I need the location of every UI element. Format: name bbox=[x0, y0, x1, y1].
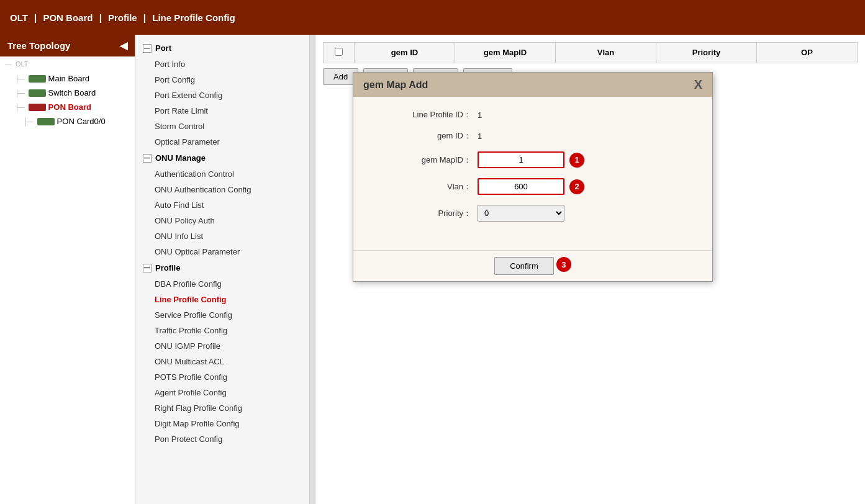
label-gem-mapid: gem MapID： bbox=[378, 155, 478, 166]
nav-auth-control[interactable]: Authentication Control bbox=[135, 166, 309, 182]
profile-expand-icon: — bbox=[143, 264, 152, 272]
nav-onu-multicast-acl[interactable]: ONU Multicast ACL bbox=[135, 354, 309, 369]
nav-dba-profile-config[interactable]: DBA Profile Config bbox=[135, 276, 309, 292]
nav-line-profile-config[interactable]: Line Profile Config bbox=[135, 292, 309, 307]
label-line-profile-id: Line Profile ID： bbox=[378, 109, 478, 120]
nav-onu-policy-auth[interactable]: ONU Policy Auth bbox=[135, 213, 309, 228]
form-row-priority: Priority： 0 1 2 3 4 5 6 7 bbox=[378, 205, 687, 222]
sidebar-label-pon-board: PON Board bbox=[48, 102, 91, 112]
sidebar-item-switch-board[interactable]: ├─ Switch Board bbox=[0, 86, 135, 100]
form-row-gem-id: gem ID： 1 bbox=[378, 130, 687, 142]
nav-digit-map-profile-config[interactable]: Digit Map Profile Config bbox=[135, 416, 309, 431]
step-badge-2: 2 bbox=[569, 179, 584, 194]
breadcrumb-line: Line Profile Config bbox=[152, 12, 235, 23]
nav-service-profile-config[interactable]: Service Profile Config bbox=[135, 307, 309, 323]
sidebar-item-pon-card[interactable]: ├─ PON Card0/0 bbox=[0, 114, 135, 128]
section-port-label: Port bbox=[155, 43, 171, 53]
sidebar-item-main-board[interactable]: ├─ Main Board bbox=[0, 71, 135, 86]
nav-port-config[interactable]: Port Config bbox=[135, 72, 309, 88]
confirm-button[interactable]: Confirm bbox=[494, 257, 554, 275]
form-row-gem-mapid: gem MapID： 1 bbox=[378, 151, 687, 168]
sidebar: Tree Topology ◀ — OLT ├─ Main Board ├─ S… bbox=[0, 35, 135, 504]
section-onu-manage[interactable]: — ONU Manage bbox=[135, 150, 309, 166]
breadcrumb-profile: Profile bbox=[108, 12, 137, 23]
col-gem-mapid: gem MapID bbox=[455, 43, 556, 63]
nav-right-flag-profile-config[interactable]: Right Flag Profile Config bbox=[135, 400, 309, 416]
collapse-button[interactable]: ◀ bbox=[120, 40, 127, 52]
nav-port-info[interactable]: Port Info bbox=[135, 56, 309, 72]
breadcrumb-olt: OLT bbox=[10, 12, 28, 23]
sidebar-label-main-board: Main Board bbox=[48, 74, 89, 83]
input-vlan[interactable] bbox=[478, 178, 564, 195]
table-header: gem ID gem MapID Vlan Priority OP bbox=[323, 42, 858, 63]
nav-onu-igmp-profile[interactable]: ONU IGMP Profile bbox=[135, 338, 309, 354]
value-gem-id: 1 bbox=[478, 132, 687, 141]
nav-storm-control[interactable]: Storm Control bbox=[135, 119, 309, 134]
main-content: gem ID gem MapID Vlan Priority OP Add De… bbox=[315, 35, 865, 504]
port-expand-icon: — bbox=[143, 44, 152, 53]
modal-body: Line Profile ID： 1 gem ID： 1 gem MapID： … bbox=[353, 97, 712, 250]
modal-title: gem Map Add bbox=[363, 79, 428, 91]
sidebar-label-pon-card: PON Card0/0 bbox=[57, 117, 106, 126]
onu-expand-icon: — bbox=[143, 154, 152, 163]
col-priority: Priority bbox=[656, 43, 757, 63]
device-icon-pon-card bbox=[37, 118, 55, 125]
section-port[interactable]: — Port bbox=[135, 40, 309, 56]
form-row-vlan: Vlan： 2 bbox=[378, 178, 687, 195]
step-badge-1: 1 bbox=[569, 153, 584, 168]
nav-traffic-profile-config[interactable]: Traffic Profile Config bbox=[135, 323, 309, 338]
col-gem-id: gem ID bbox=[355, 43, 455, 63]
section-profile-label: Profile bbox=[155, 263, 180, 272]
nav-port-extend-config[interactable]: Port Extend Config bbox=[135, 88, 309, 103]
modal-title-bar: gem Map Add X bbox=[353, 73, 712, 97]
header: OLT | PON Board | Profile | Line Profile… bbox=[0, 0, 865, 35]
sidebar-item-pon-board[interactable]: ├─ PON Board bbox=[0, 100, 135, 114]
nav-pon-protect-config[interactable]: Pon Protect Config bbox=[135, 431, 309, 447]
nav-optical-parameter[interactable]: Optical Parameter bbox=[135, 134, 309, 150]
form-row-line-profile-id: Line Profile ID： 1 bbox=[378, 109, 687, 120]
col-op: OP bbox=[757, 43, 857, 63]
device-icon-main-board bbox=[29, 75, 46, 83]
select-all-checkbox[interactable] bbox=[335, 48, 343, 56]
sidebar-header: Tree Topology ◀ bbox=[0, 35, 135, 56]
middle-scrollbar[interactable] bbox=[310, 35, 315, 504]
col-checkbox bbox=[324, 43, 355, 63]
nav-auto-find-list[interactable]: Auto Find List bbox=[135, 197, 309, 213]
nav-onu-optical-param[interactable]: ONU Optical Parameter bbox=[135, 244, 309, 259]
device-icon-switch-board bbox=[29, 89, 46, 97]
sidebar-title: Tree Topology bbox=[7, 40, 70, 51]
breadcrumb-pon: PON Board bbox=[43, 12, 93, 23]
section-profile[interactable]: — Profile bbox=[135, 259, 309, 276]
step-badge-3: 3 bbox=[556, 257, 571, 272]
label-vlan: Vlan： bbox=[378, 181, 478, 192]
nav-onu-info-list[interactable]: ONU Info List bbox=[135, 228, 309, 244]
device-icon-pon-board bbox=[29, 104, 46, 111]
sidebar-label-switch-board: Switch Board bbox=[48, 88, 96, 97]
nav-panel: — Port Port Info Port Config Port Extend… bbox=[135, 35, 310, 504]
sidebar-item-olt[interactable]: — OLT bbox=[0, 56, 135, 71]
value-line-profile-id: 1 bbox=[478, 110, 687, 120]
section-onu-label: ONU Manage bbox=[155, 153, 206, 163]
gem-map-add-modal: gem Map Add X Line Profile ID： 1 gem ID：… bbox=[353, 72, 713, 282]
nav-pots-profile-config[interactable]: POTS Profile Config bbox=[135, 369, 309, 385]
label-priority: Priority： bbox=[378, 208, 478, 219]
nav-agent-profile-config[interactable]: Agent Profile Config bbox=[135, 385, 309, 400]
label-gem-id: gem ID： bbox=[378, 130, 478, 142]
nav-port-rate-limit[interactable]: Port Rate Limit bbox=[135, 103, 309, 119]
input-gem-mapid[interactable] bbox=[478, 151, 564, 168]
modal-close-button[interactable]: X bbox=[694, 78, 702, 92]
nav-onu-auth-config[interactable]: ONU Authentication Config bbox=[135, 182, 309, 197]
modal-footer: Confirm 3 bbox=[353, 250, 712, 281]
select-priority[interactable]: 0 1 2 3 4 5 6 7 bbox=[478, 205, 564, 222]
breadcrumb: OLT | PON Board | Profile | Line Profile… bbox=[10, 12, 235, 23]
col-vlan: Vlan bbox=[556, 43, 656, 63]
